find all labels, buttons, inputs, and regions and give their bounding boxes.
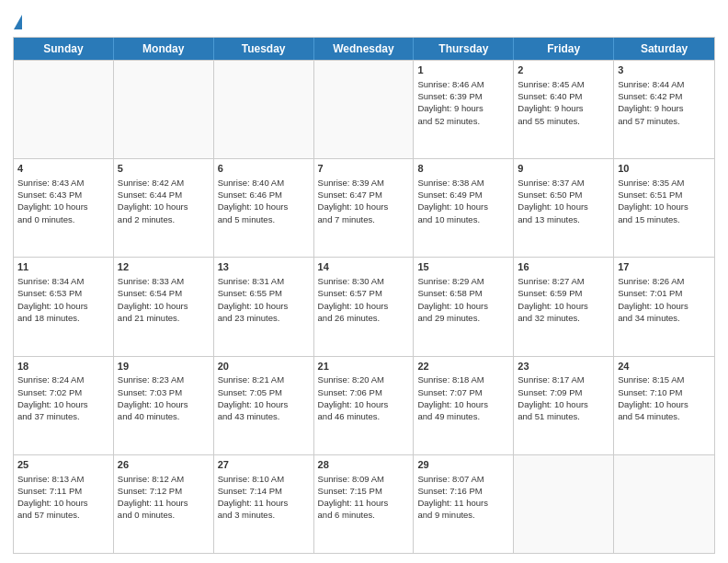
day-number: 25 [17, 458, 109, 472]
day-number: 28 [318, 458, 410, 472]
day-info: Sunrise: 8:44 AM Sunset: 6:42 PM Dayligh… [618, 78, 711, 127]
header-day-saturday: Saturday [614, 38, 714, 60]
day-number: 16 [518, 260, 609, 274]
calendar-cell: 15Sunrise: 8:29 AM Sunset: 6:58 PM Dayli… [414, 258, 514, 355]
day-number: 17 [618, 260, 711, 274]
day-number: 14 [318, 260, 410, 274]
calendar-cell: 8Sunrise: 8:38 AM Sunset: 6:49 PM Daylig… [414, 159, 514, 257]
calendar-cell: 13Sunrise: 8:31 AM Sunset: 6:55 PM Dayli… [214, 258, 314, 355]
calendar-cell: 24Sunrise: 8:15 AM Sunset: 7:10 PM Dayli… [614, 357, 714, 454]
calendar-cell: 4Sunrise: 8:43 AM Sunset: 6:43 PM Daylig… [14, 159, 114, 257]
day-info: Sunrise: 8:13 AM Sunset: 7:11 PM Dayligh… [17, 473, 109, 522]
day-number: 24 [618, 360, 711, 373]
day-info: Sunrise: 8:26 AM Sunset: 7:01 PM Dayligh… [618, 275, 711, 324]
day-info: Sunrise: 8:10 AM Sunset: 7:14 PM Dayligh… [218, 473, 310, 522]
day-number: 7 [318, 162, 410, 176]
day-info: Sunrise: 8:33 AM Sunset: 6:54 PM Dayligh… [118, 275, 210, 324]
page: SundayMondayTuesdayWednesdayThursdayFrid… [0, 0, 728, 563]
header-day-friday: Friday [514, 38, 614, 60]
calendar-cell: 18Sunrise: 8:24 AM Sunset: 7:02 PM Dayli… [14, 357, 114, 454]
calendar-header: SundayMondayTuesdayWednesdayThursdayFrid… [14, 38, 714, 60]
day-number: 29 [417, 458, 509, 472]
day-info: Sunrise: 8:37 AM Sunset: 6:50 PM Dayligh… [518, 177, 609, 225]
day-info: Sunrise: 8:45 AM Sunset: 6:40 PM Dayligh… [518, 78, 609, 127]
calendar-cell: 2Sunrise: 8:45 AM Sunset: 6:40 PM Daylig… [514, 61, 614, 158]
day-info: Sunrise: 8:46 AM Sunset: 6:39 PM Dayligh… [417, 78, 509, 127]
day-number: 11 [17, 260, 109, 274]
day-info: Sunrise: 8:27 AM Sunset: 6:59 PM Dayligh… [518, 275, 609, 324]
calendar-cell: 25Sunrise: 8:13 AM Sunset: 7:11 PM Dayli… [14, 455, 114, 553]
day-number: 12 [118, 260, 210, 274]
day-number: 4 [17, 162, 109, 176]
calendar-cell [214, 61, 314, 158]
calendar-cell: 1Sunrise: 8:46 AM Sunset: 6:39 PM Daylig… [414, 61, 514, 158]
day-info: Sunrise: 8:38 AM Sunset: 6:49 PM Dayligh… [417, 177, 509, 225]
calendar-week-5: 25Sunrise: 8:13 AM Sunset: 7:11 PM Dayli… [14, 454, 714, 553]
calendar-cell [614, 455, 714, 553]
day-number: 2 [518, 63, 609, 77]
calendar-cell: 28Sunrise: 8:09 AM Sunset: 7:15 PM Dayli… [314, 455, 415, 553]
calendar-cell [514, 455, 614, 553]
calendar-cell: 20Sunrise: 8:21 AM Sunset: 7:05 PM Dayli… [214, 357, 314, 454]
day-info: Sunrise: 8:31 AM Sunset: 6:55 PM Dayligh… [218, 275, 310, 324]
day-info: Sunrise: 8:12 AM Sunset: 7:12 PM Dayligh… [118, 473, 210, 522]
day-info: Sunrise: 8:21 AM Sunset: 7:05 PM Dayligh… [218, 373, 310, 422]
calendar-cell: 6Sunrise: 8:40 AM Sunset: 6:46 PM Daylig… [214, 159, 314, 257]
calendar-cell: 29Sunrise: 8:07 AM Sunset: 7:16 PM Dayli… [414, 455, 514, 553]
header-day-sunday: Sunday [14, 38, 114, 60]
header-day-wednesday: Wednesday [314, 38, 415, 60]
day-number: 15 [417, 260, 509, 274]
day-info: Sunrise: 8:40 AM Sunset: 6:46 PM Dayligh… [218, 177, 310, 225]
day-number: 27 [218, 458, 310, 472]
calendar-body: 1Sunrise: 8:46 AM Sunset: 6:39 PM Daylig… [14, 60, 714, 553]
day-info: Sunrise: 8:29 AM Sunset: 6:58 PM Dayligh… [417, 275, 509, 324]
day-number: 8 [417, 162, 509, 176]
calendar: SundayMondayTuesdayWednesdayThursdayFrid… [13, 37, 715, 554]
day-number: 21 [318, 360, 410, 373]
header-day-tuesday: Tuesday [214, 38, 314, 60]
day-info: Sunrise: 8:18 AM Sunset: 7:07 PM Dayligh… [417, 373, 509, 422]
calendar-week-2: 4Sunrise: 8:43 AM Sunset: 6:43 PM Daylig… [14, 158, 714, 257]
day-number: 18 [17, 360, 109, 373]
calendar-cell: 19Sunrise: 8:23 AM Sunset: 7:03 PM Dayli… [114, 357, 214, 454]
calendar-cell: 27Sunrise: 8:10 AM Sunset: 7:14 PM Dayli… [214, 455, 314, 553]
calendar-cell: 7Sunrise: 8:39 AM Sunset: 6:47 PM Daylig… [314, 159, 415, 257]
calendar-cell: 5Sunrise: 8:42 AM Sunset: 6:44 PM Daylig… [114, 159, 214, 257]
calendar-cell: 10Sunrise: 8:35 AM Sunset: 6:51 PM Dayli… [614, 159, 714, 257]
calendar-cell: 9Sunrise: 8:37 AM Sunset: 6:50 PM Daylig… [514, 159, 614, 257]
day-number: 9 [518, 162, 609, 176]
calendar-cell: 21Sunrise: 8:20 AM Sunset: 7:06 PM Dayli… [314, 357, 415, 454]
calendar-cell: 17Sunrise: 8:26 AM Sunset: 7:01 PM Dayli… [614, 258, 714, 355]
day-number: 20 [218, 360, 310, 373]
calendar-cell: 16Sunrise: 8:27 AM Sunset: 6:59 PM Dayli… [514, 258, 614, 355]
calendar-cell: 23Sunrise: 8:17 AM Sunset: 7:09 PM Dayli… [514, 357, 614, 454]
day-info: Sunrise: 8:15 AM Sunset: 7:10 PM Dayligh… [618, 373, 711, 422]
day-number: 5 [118, 162, 210, 176]
calendar-cell: 14Sunrise: 8:30 AM Sunset: 6:57 PM Dayli… [314, 258, 415, 355]
calendar-cell [314, 61, 415, 158]
day-info: Sunrise: 8:17 AM Sunset: 7:09 PM Dayligh… [518, 373, 609, 422]
day-info: Sunrise: 8:23 AM Sunset: 7:03 PM Dayligh… [118, 373, 210, 422]
day-number: 1 [417, 63, 509, 77]
header [13, 9, 715, 31]
logo [13, 13, 23, 31]
header-day-thursday: Thursday [414, 38, 514, 60]
calendar-cell [14, 61, 114, 158]
day-info: Sunrise: 8:42 AM Sunset: 6:44 PM Dayligh… [118, 177, 210, 225]
day-info: Sunrise: 8:24 AM Sunset: 7:02 PM Dayligh… [17, 373, 109, 422]
day-number: 26 [118, 458, 210, 472]
day-number: 22 [417, 360, 509, 373]
day-info: Sunrise: 8:39 AM Sunset: 6:47 PM Dayligh… [318, 177, 410, 225]
day-number: 19 [118, 360, 210, 373]
day-info: Sunrise: 8:07 AM Sunset: 7:16 PM Dayligh… [417, 473, 509, 522]
day-number: 10 [618, 162, 711, 176]
day-info: Sunrise: 8:34 AM Sunset: 6:53 PM Dayligh… [17, 275, 109, 324]
header-day-monday: Monday [114, 38, 214, 60]
calendar-week-4: 18Sunrise: 8:24 AM Sunset: 7:02 PM Dayli… [14, 356, 714, 454]
calendar-cell: 12Sunrise: 8:33 AM Sunset: 6:54 PM Dayli… [114, 258, 214, 355]
day-info: Sunrise: 8:35 AM Sunset: 6:51 PM Dayligh… [618, 177, 711, 225]
day-number: 23 [518, 360, 609, 373]
day-info: Sunrise: 8:09 AM Sunset: 7:15 PM Dayligh… [318, 473, 410, 522]
day-number: 6 [218, 162, 310, 176]
day-info: Sunrise: 8:43 AM Sunset: 6:43 PM Dayligh… [17, 177, 109, 225]
